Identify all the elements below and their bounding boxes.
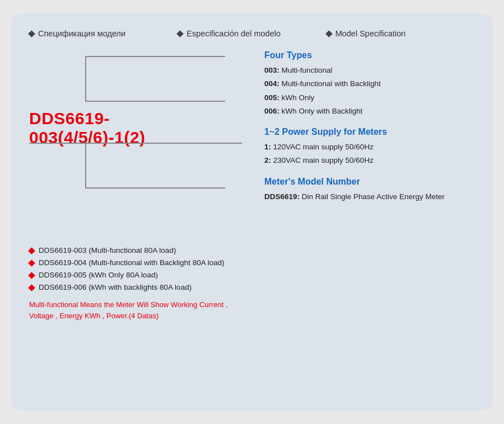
power-2: 2: 230VAC main supply 50/60Hz: [264, 155, 475, 166]
four-types-title: Four Types: [264, 50, 475, 60]
type-desc-005: kWh Only: [282, 93, 315, 102]
type-006: 006: kWh Only with Backlight: [264, 106, 475, 117]
model-number-code: DDS6619:: [264, 192, 300, 201]
bullet-icon-2: [28, 260, 35, 267]
model-text: DDS6619-003(4/5/6)-1(2): [29, 109, 225, 147]
main-card: Спецификация модели Especificación del m…: [11, 13, 493, 411]
bullet-icon-4: [28, 284, 35, 291]
header-item-ru: Спецификация модели: [29, 29, 178, 38]
type-code-006: 006:: [264, 107, 279, 115]
type-code-005: 005:: [264, 93, 279, 102]
header-label-en: Model Specification: [335, 29, 406, 38]
notice-text: Multi-functional Means the Meter Will Sh…: [29, 299, 248, 322]
diamond-icon-3: [325, 30, 333, 37]
bullet-text-4: DDS6619-006 (kWh with backlights 80A loa…: [39, 283, 192, 291]
line-mid-top: [85, 101, 225, 102]
line-left-top: [85, 56, 86, 101]
power-desc-2: 230VAC main supply 50/60Hz: [273, 156, 374, 164]
line-under-model: [29, 143, 242, 144]
left-section: DDS6619-003(4/5/6)-1(2) DDS6619-003 (Mul…: [29, 50, 248, 322]
model-number-section: Meter's Model Number DDS6619: Din Rail S…: [264, 177, 475, 203]
bullet-text-2: DDS6619-004 (Multi-functional with Backl…: [39, 258, 225, 267]
header-label-es: Especificación del modelo: [186, 29, 281, 38]
power-supply-section: 1~2 Power Supply for Meters 1: 120VAC ma…: [264, 127, 475, 167]
bracket-diagram: DDS6619-003(4/5/6)-1(2): [29, 56, 225, 235]
header-row: Спецификация модели Especificación del m…: [29, 29, 475, 38]
model-number-desc: DDS6619: Din Rail Single Phase Active En…: [264, 191, 475, 203]
type-desc-006: kWh Only with Backlight: [282, 107, 363, 115]
list-item: DDS6619-004 (Multi-functional with Backl…: [29, 258, 248, 267]
header-item-en: Model Specification: [326, 29, 475, 38]
bullet-text-3: DDS6619-005 (kWh Only 80A load): [39, 271, 158, 279]
type-005: 005: kWh Only: [264, 92, 475, 103]
bullet-list: DDS6619-003 (Multi-functional 80A load) …: [29, 246, 248, 291]
list-item: DDS6619-003 (Multi-functional 80A load): [29, 246, 248, 255]
bullet-icon-1: [28, 247, 35, 255]
power-code-1: 1:: [264, 143, 271, 151]
line-bottom: [85, 187, 225, 189]
model-number-text: Din Rail Single Phase Active Energy Mete…: [302, 192, 445, 201]
power-1: 1: 120VAC main supply 50/60Hz: [264, 142, 475, 153]
diamond-icon-1: [28, 30, 35, 37]
header-item-es: Especificación del modelo: [178, 29, 326, 38]
list-item: DDS6619-005 (kWh Only 80A load): [29, 271, 248, 279]
list-item: DDS6619-006 (kWh with backlights 80A loa…: [29, 283, 248, 291]
type-desc-004: Multi-functional with Backlight: [282, 79, 381, 88]
right-section: Four Types 003: Multi-functional 004: Mu…: [248, 50, 475, 322]
type-desc-003: Multi-functional: [282, 66, 333, 74]
model-number-title: Meter's Model Number: [264, 177, 475, 187]
power-code-2: 2:: [264, 156, 271, 164]
header-label-ru: Спецификация модели: [38, 29, 125, 38]
bullet-icon-3: [28, 272, 35, 279]
line-left-bottom: [85, 143, 86, 187]
type-code-003: 003:: [264, 66, 279, 74]
power-supply-title: 1~2 Power Supply for Meters: [264, 127, 475, 137]
type-003: 003: Multi-functional: [264, 65, 475, 76]
type-004: 004: Multi-functional with Backlight: [264, 78, 475, 89]
main-content: DDS6619-003(4/5/6)-1(2) DDS6619-003 (Mul…: [29, 50, 475, 322]
bullet-text-1: DDS6619-003 (Multi-functional 80A load): [39, 246, 176, 255]
line-top: [85, 56, 225, 57]
power-desc-1: 120VAC main supply 50/60Hz: [273, 143, 374, 151]
type-code-004: 004:: [264, 79, 279, 88]
diamond-icon-2: [176, 30, 184, 37]
